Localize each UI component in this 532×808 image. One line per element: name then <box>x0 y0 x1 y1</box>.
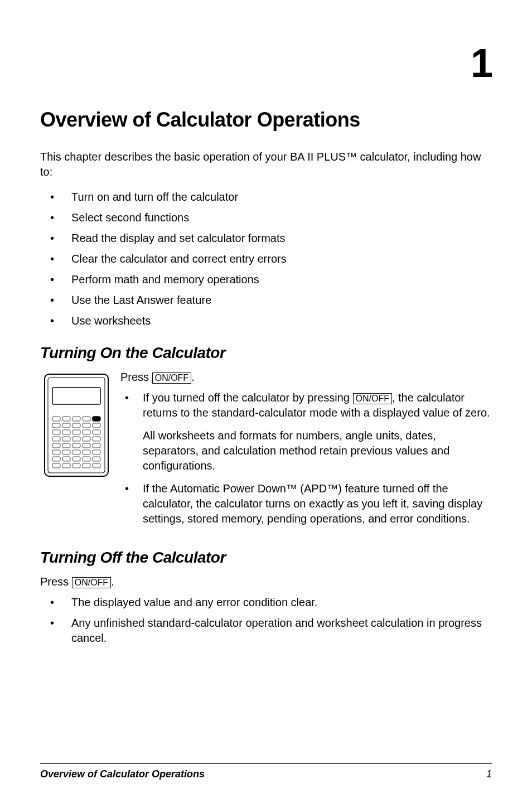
svg-rect-36 <box>83 457 90 461</box>
section-heading-on: Turning On the Calculator <box>40 344 492 362</box>
page-title: Overview of Calculator Operations <box>40 108 492 132</box>
svg-rect-26 <box>83 443 90 448</box>
press-instruction-off: Press ON/OFF. <box>40 575 492 588</box>
svg-rect-15 <box>72 430 80 434</box>
svg-rect-27 <box>93 443 100 448</box>
section-on-content: Press ON/OFF. If you turned off the calc… <box>40 371 492 534</box>
chapter-number: 1 <box>40 40 492 86</box>
svg-rect-9 <box>62 423 70 428</box>
svg-rect-28 <box>52 450 60 454</box>
footer-page-number: 1 <box>486 768 492 780</box>
press-prefix: Press <box>120 371 152 383</box>
bullet-text-before: If you turned off the calculator by pres… <box>143 391 353 404</box>
list-item: Turn on and turn off the calculator <box>40 190 492 205</box>
svg-rect-31 <box>83 450 90 454</box>
page-footer: Overview of Calculator Operations 1 <box>40 763 492 780</box>
press-suffix: . <box>191 371 195 383</box>
svg-rect-12 <box>93 423 100 428</box>
svg-rect-3 <box>52 417 60 421</box>
press-prefix: Press <box>40 575 72 588</box>
svg-rect-2 <box>52 388 100 404</box>
svg-rect-4 <box>62 417 70 421</box>
list-item: Perform math and memory operations <box>40 272 492 287</box>
list-item: The displayed value and any error condit… <box>40 595 492 610</box>
svg-rect-29 <box>62 450 70 454</box>
svg-rect-7 <box>93 417 100 421</box>
press-instruction-on: Press ON/OFF. <box>120 371 492 384</box>
list-item: If you turned off the calculator by pres… <box>120 390 492 473</box>
svg-rect-34 <box>62 457 70 461</box>
onoff-key: ON/OFF <box>152 372 191 384</box>
svg-rect-42 <box>93 463 100 468</box>
list-item: Any unfinished standard-calculator opera… <box>40 616 492 646</box>
svg-rect-6 <box>83 417 90 421</box>
svg-rect-33 <box>52 457 60 461</box>
svg-rect-8 <box>52 423 60 428</box>
svg-rect-13 <box>52 430 60 434</box>
bullet-extra-para: All worksheets and formats for numbers, … <box>143 428 492 473</box>
list-item: Select second functions <box>40 210 492 225</box>
list-item: Use the Last Answer feature <box>40 293 492 308</box>
svg-rect-19 <box>62 437 70 441</box>
press-suffix: . <box>111 575 114 588</box>
svg-rect-1 <box>48 378 105 473</box>
svg-rect-40 <box>72 463 80 468</box>
svg-rect-16 <box>83 430 90 434</box>
onoff-key: ON/OFF <box>353 393 392 404</box>
svg-rect-39 <box>62 463 70 468</box>
svg-rect-38 <box>52 463 60 468</box>
svg-rect-23 <box>52 443 60 448</box>
svg-rect-32 <box>93 450 100 454</box>
svg-rect-41 <box>83 463 90 468</box>
section-off-bullets: The displayed value and any error condit… <box>40 595 492 646</box>
section-heading-off: Turning Off the Calculator <box>40 549 492 567</box>
svg-rect-35 <box>72 457 80 461</box>
svg-rect-5 <box>72 417 80 421</box>
intro-paragraph: This chapter describes the basic operati… <box>40 149 492 180</box>
intro-bullet-list: Turn on and turn off the calculator Sele… <box>40 190 492 328</box>
list-item: Use worksheets <box>40 313 492 328</box>
svg-rect-22 <box>93 437 100 441</box>
svg-rect-30 <box>72 450 80 454</box>
list-item: If the Automatic Power Down™ (APD™) feat… <box>120 481 492 526</box>
svg-rect-37 <box>93 457 100 461</box>
svg-rect-14 <box>62 430 70 434</box>
onoff-key: ON/OFF <box>72 577 111 588</box>
svg-rect-17 <box>93 430 100 434</box>
footer-chapter-title: Overview of Calculator Operations <box>40 768 205 780</box>
calculator-icon <box>40 371 113 480</box>
svg-rect-10 <box>72 423 80 428</box>
svg-rect-21 <box>83 437 90 441</box>
list-item: Clear the calculator and correct entry e… <box>40 251 492 267</box>
svg-rect-18 <box>52 437 60 441</box>
section-on-bullets: If you turned off the calculator by pres… <box>120 390 492 526</box>
calculator-illustration <box>40 371 113 534</box>
svg-rect-24 <box>62 443 70 448</box>
svg-rect-25 <box>72 443 80 448</box>
svg-rect-11 <box>83 423 90 428</box>
svg-rect-20 <box>72 437 80 441</box>
list-item: Read the display and set calculator form… <box>40 231 492 246</box>
